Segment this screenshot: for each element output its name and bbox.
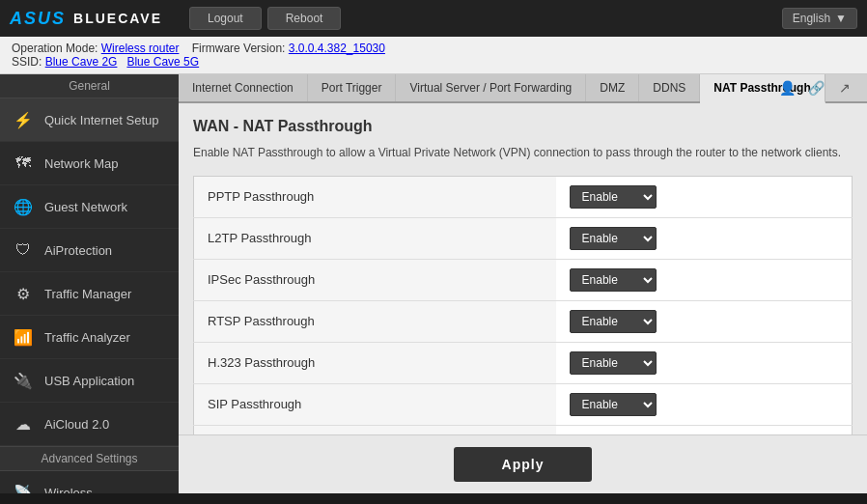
settings-table: PPTP PassthroughEnableDisableL2TP Passth… bbox=[193, 176, 853, 434]
settings-label-ipsec: IPSec Passthrough bbox=[194, 259, 556, 300]
settings-value-pptp: EnableDisable bbox=[556, 176, 853, 217]
sidebar-label-aiprotection: AiProtection bbox=[44, 243, 112, 258]
operation-mode-line: Operation Mode: Wireless router Firmware… bbox=[12, 42, 855, 55]
settings-select-ipsec[interactable]: EnableDisable bbox=[570, 268, 657, 292]
sidebar-label-traffic-analyzer: Traffic Analyzer bbox=[44, 330, 130, 345]
settings-row-h323: H.323 PassthroughEnableDisable bbox=[194, 342, 853, 383]
page-content: WAN - NAT Passthrough Enable NAT Passthr… bbox=[179, 103, 867, 434]
settings-select-h323[interactable]: EnableDisable bbox=[570, 351, 657, 375]
settings-value-ipsec: EnableDisable bbox=[556, 259, 853, 300]
settings-value-rtsp: EnableDisable bbox=[556, 300, 853, 342]
sidebar-item-usb-application[interactable]: 🔌 USB Application bbox=[0, 359, 179, 403]
brand-name: BLUECAVE bbox=[73, 11, 162, 26]
sidebar-item-quick-internet-setup[interactable]: ⚡ Quick Internet Setup bbox=[0, 98, 179, 142]
share-icon[interactable]: ↗ bbox=[834, 77, 855, 98]
aicloud-icon: ☁ bbox=[12, 412, 35, 435]
operation-mode-label: Operation Mode: bbox=[12, 42, 98, 55]
ssid-line: SSID: Blue Cave 2G Blue Cave 5G bbox=[12, 55, 855, 69]
network-icon[interactable]: 🔗 bbox=[805, 77, 826, 98]
language-selector[interactable]: English ▼ bbox=[782, 8, 857, 29]
sidebar-label-usb-application: USB Application bbox=[44, 374, 134, 388]
tab-dmz[interactable]: DMZ bbox=[586, 74, 639, 101]
settings-value-h323: EnableDisable bbox=[556, 342, 853, 383]
settings-row-l2tp: L2TP PassthroughEnableDisable bbox=[194, 217, 853, 259]
apply-button[interactable]: Apply bbox=[454, 447, 593, 482]
settings-select-rtsp[interactable]: EnableDisable bbox=[570, 310, 657, 333]
operation-mode-link[interactable]: Wireless router bbox=[101, 42, 180, 55]
settings-row-pptp: PPTP PassthroughEnableDisable bbox=[194, 176, 853, 217]
quick-setup-icon: ⚡ bbox=[12, 108, 35, 131]
settings-row-pppoe-relay: Enable PPPoE RelayEnableDisable bbox=[194, 425, 853, 434]
settings-label-pppoe-relay: Enable PPPoE Relay bbox=[194, 425, 556, 434]
settings-value-l2tp: EnableDisable bbox=[556, 217, 853, 259]
ssid-label: SSID: bbox=[12, 55, 42, 69]
settings-select-l2tp[interactable]: EnableDisable bbox=[570, 227, 657, 250]
sidebar-item-network-map[interactable]: 🗺 Network Map bbox=[0, 142, 179, 185]
settings-label-sip: SIP Passthrough bbox=[194, 383, 556, 425]
page-title: WAN - NAT Passthrough bbox=[193, 118, 853, 135]
settings-row-ipsec: IPSec PassthroughEnableDisable bbox=[194, 259, 853, 300]
firmware-label: Firmware Version: bbox=[192, 42, 286, 55]
network-map-icon: 🗺 bbox=[12, 152, 35, 175]
ssid-5g-link[interactable]: Blue Cave 5G bbox=[126, 55, 199, 69]
language-label: English bbox=[793, 12, 830, 25]
ssid-2g-link[interactable]: Blue Cave 2G bbox=[45, 55, 118, 69]
top-nav: ASUS BLUECAVE Logout Reboot English ▼ bbox=[0, 0, 867, 37]
user-icon[interactable]: 👤 bbox=[776, 77, 797, 98]
sidebar-label-network-map: Network Map bbox=[44, 156, 119, 171]
advanced-section-label: Advanced Settings bbox=[0, 446, 179, 471]
main-layout: General ⚡ Quick Internet Setup 🗺 Network… bbox=[0, 74, 867, 493]
settings-value-pppoe-relay: EnableDisable bbox=[556, 425, 853, 434]
sidebar-label-traffic-manager: Traffic Manager bbox=[44, 287, 131, 301]
sidebar-item-traffic-analyzer[interactable]: 📶 Traffic Analyzer bbox=[0, 316, 179, 359]
settings-select-sip[interactable]: EnableDisable bbox=[570, 393, 657, 416]
traffic-analyzer-icon: 📶 bbox=[12, 325, 35, 349]
content-area: Internet Connection Port Trigger Virtual… bbox=[179, 74, 867, 493]
sidebar-item-aiprotection[interactable]: 🛡 AiProtection bbox=[0, 229, 179, 272]
tabs-bar: Internet Connection Port Trigger Virtual… bbox=[179, 74, 867, 103]
header-icons: 👤 🔗 ↗ bbox=[776, 77, 855, 98]
settings-select-pptp[interactable]: EnableDisable bbox=[570, 185, 657, 209]
aiprotection-icon: 🛡 bbox=[12, 238, 35, 262]
sidebar-label-wireless: Wireless bbox=[44, 486, 93, 494]
sidebar-label-quick-internet-setup: Quick Internet Setup bbox=[44, 113, 159, 127]
tab-virtual-server[interactable]: Virtual Server / Port Forwarding bbox=[396, 74, 586, 101]
general-section-label: General bbox=[0, 74, 179, 98]
tab-internet-connection[interactable]: Internet Connection bbox=[179, 74, 308, 101]
info-bar: Operation Mode: Wireless router Firmware… bbox=[0, 37, 867, 74]
page-description: Enable NAT Passthrough to allow a Virtua… bbox=[193, 145, 853, 161]
firmware-link[interactable]: 3.0.0.4.382_15030 bbox=[289, 42, 385, 55]
asus-logo: ASUS bbox=[10, 9, 66, 29]
settings-label-h323: H.323 Passthrough bbox=[194, 342, 556, 383]
sidebar-item-aicloud[interactable]: ☁ AiCloud 2.0 bbox=[0, 403, 179, 446]
logout-button[interactable]: Logout bbox=[189, 7, 262, 30]
reboot-button[interactable]: Reboot bbox=[267, 7, 342, 30]
tab-ddns[interactable]: DDNS bbox=[639, 74, 700, 101]
guest-network-icon: 🌐 bbox=[12, 195, 35, 218]
sidebar-item-guest-network[interactable]: 🌐 Guest Network bbox=[0, 185, 179, 229]
sidebar-label-aicloud: AiCloud 2.0 bbox=[44, 417, 109, 432]
settings-label-l2tp: L2TP Passthrough bbox=[194, 217, 556, 259]
tab-port-trigger[interactable]: Port Trigger bbox=[308, 74, 397, 101]
sidebar-label-guest-network: Guest Network bbox=[44, 200, 127, 214]
sidebar: General ⚡ Quick Internet Setup 🗺 Network… bbox=[0, 74, 179, 493]
settings-value-sip: EnableDisable bbox=[556, 383, 853, 425]
logo-area: ASUS BLUECAVE bbox=[10, 9, 162, 29]
usb-application-icon: 🔌 bbox=[12, 369, 35, 392]
sidebar-item-traffic-manager[interactable]: ⚙ Traffic Manager bbox=[0, 272, 179, 316]
settings-label-rtsp: RTSP Passthrough bbox=[194, 300, 556, 342]
wireless-icon: 📡 bbox=[12, 481, 35, 493]
traffic-manager-icon: ⚙ bbox=[12, 282, 35, 305]
sidebar-item-wireless[interactable]: 📡 Wireless bbox=[0, 471, 179, 493]
settings-row-rtsp: RTSP PassthroughEnableDisable bbox=[194, 300, 853, 342]
apply-bar: Apply bbox=[179, 434, 867, 493]
settings-label-pptp: PPTP Passthrough bbox=[194, 176, 556, 217]
top-nav-buttons: Logout Reboot bbox=[189, 7, 341, 30]
chevron-down-icon: ▼ bbox=[835, 12, 847, 25]
settings-row-sip: SIP PassthroughEnableDisable bbox=[194, 383, 853, 425]
